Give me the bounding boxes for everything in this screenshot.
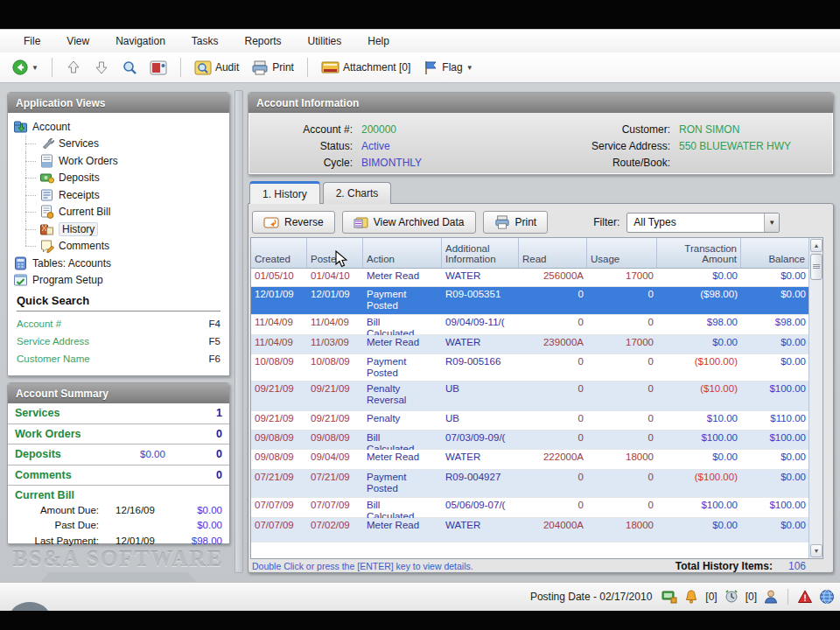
cell: Meter Read [363, 518, 442, 542]
sidebar-item-history[interactable]: History [13, 220, 226, 238]
quick-search-row-account: Account #F4 [17, 315, 220, 332]
column-header-additional-information[interactable]: Additional Information [442, 238, 519, 268]
scroll-up-icon[interactable]: ▲ [810, 239, 822, 252]
view-image-button[interactable] [146, 59, 171, 77]
filter-dropdown[interactable]: All Types ▼ [626, 213, 780, 233]
table-row[interactable]: 01/05/1001/04/10Meter ReadWATER256000A17… [251, 269, 809, 287]
current-bill-date: 12/01/09 [99, 536, 172, 546]
menu-item-utilities[interactable]: Utilities [297, 32, 354, 50]
sidebar-item-deposits[interactable]: Deposits [13, 170, 226, 187]
search-button[interactable] [118, 58, 141, 77]
summary-row-services[interactable]: Services1 [8, 403, 229, 424]
cell: Bill Calculated [363, 498, 442, 518]
attachment-button[interactable]: Attachment [0] [318, 59, 414, 76]
menu-item-tasks[interactable]: Tasks [180, 32, 230, 50]
cell: WATER [442, 518, 519, 542]
tab-1-history[interactable]: 1. History [249, 181, 320, 204]
print-history-button[interactable]: Print [483, 211, 549, 234]
column-header-posted[interactable]: Posted [307, 238, 363, 268]
user-icon[interactable] [763, 589, 779, 605]
account-info-label: Route/Book: [541, 157, 670, 169]
column-header-action[interactable]: Action [363, 238, 442, 268]
picture-icon [150, 60, 167, 75]
column-header-balance[interactable]: Balance [741, 238, 809, 268]
menu-item-help[interactable]: Help [356, 32, 401, 50]
grid-hint: Double Click or press the [ENTER] key to… [252, 561, 676, 571]
flag-button[interactable]: Flag ▼ [419, 58, 476, 77]
sidebar-item-account[interactable]: Account [13, 118, 226, 136]
quick-search-link-customer-name[interactable]: Customer Name [17, 354, 90, 364]
cell: R09-005351 [442, 287, 519, 315]
table-row[interactable]: 07/07/0907/07/09Bill Calculated05/06/09-… [251, 498, 809, 518]
sidebar-item-current-bill[interactable]: Current Bill [13, 204, 226, 221]
sidebar-item-tables-accounts[interactable]: Tables: Accounts [13, 255, 226, 272]
view-archived-data-button[interactable]: View Archived Data [342, 211, 476, 234]
sidebar-item-label: Program Setup [32, 274, 103, 286]
menu-item-navigation[interactable]: Navigation [104, 32, 177, 50]
print-toolbar-button[interactable]: Print [248, 58, 298, 77]
column-header-created[interactable]: Created [251, 238, 307, 268]
quick-search-link-account[interactable]: Account # [17, 318, 61, 329]
alerts-bell-icon[interactable] [683, 589, 699, 605]
column-header-transaction-amount[interactable]: Transaction Amount [657, 238, 741, 268]
table-row[interactable]: 09/08/0909/08/09Bill Calculated07/03/09-… [251, 430, 809, 450]
navigate-up-button[interactable] [62, 58, 85, 77]
account-info-value: BIMONTHLY [353, 157, 422, 169]
sidebar-item-program-setup[interactable]: Program Setup [13, 272, 226, 290]
cell: 07/02/09 [307, 518, 363, 542]
cell: Bill Calculated [363, 315, 442, 335]
navigate-down-button[interactable] [90, 58, 113, 77]
back-button[interactable]: ▼ [9, 58, 42, 77]
table-row[interactable]: 09/08/0909/04/09Meter ReadWATER222000A18… [251, 450, 809, 470]
workstation-icon[interactable] [662, 589, 677, 605]
quick-search-link-service-address[interactable]: Service Address [17, 336, 89, 346]
sidebar-item-receipts[interactable]: Receipts [13, 186, 226, 204]
menu-item-view[interactable]: View [55, 32, 101, 50]
cell: 239000A [519, 335, 587, 354]
menu-item-file[interactable]: File [12, 32, 52, 50]
scroll-thumb[interactable] [810, 254, 822, 280]
table-row[interactable]: 10/08/0910/08/09Payment PostedR09-005166… [251, 354, 809, 382]
sidebar-item-work-orders[interactable]: Work Orders [13, 152, 226, 170]
table-row[interactable]: 11/04/0911/04/09Bill Calculated09/04/09-… [251, 315, 809, 335]
tab-2-charts[interactable]: 2. Charts [323, 182, 392, 204]
sidebar-item-label: Current Bill [59, 206, 110, 218]
table-row[interactable]: 12/01/0912/01/09Payment PostedR09-005351… [251, 287, 809, 315]
scroll-down-icon[interactable]: ▼ [810, 544, 822, 557]
table-row[interactable]: 11/04/0911/03/09Meter ReadWATER239000A17… [251, 335, 809, 354]
reverse-button[interactable]: Reverse [252, 211, 335, 234]
back-dropdown-caret[interactable]: ▼ [32, 64, 38, 72]
column-header-read[interactable]: Read [519, 238, 587, 268]
summary-row-work-orders[interactable]: Work Orders0 [8, 424, 229, 445]
cell: WATER [442, 269, 519, 287]
cell: $0.00 [741, 354, 809, 382]
cell: $100.00 [741, 430, 809, 450]
column-header-usage[interactable]: Usage [587, 238, 657, 268]
filter-value: All Types [634, 216, 676, 228]
summary-label: Work Orders [15, 428, 140, 440]
current-bill-amount: $98.00 [172, 536, 222, 546]
sidebar-item-comments[interactable]: Comments [13, 238, 226, 256]
flag-dropdown-caret[interactable]: ▼ [466, 64, 473, 72]
table-row[interactable]: 09/21/0909/21/09Penalty ReversalUB00($10… [251, 382, 809, 411]
cell: 07/03/09-09/( [442, 430, 519, 450]
panel-splitter[interactable] [234, 90, 243, 573]
table-row[interactable]: 09/21/0909/21/09PenaltyUB00$10.00$110.00 [251, 411, 809, 430]
reminders-icon[interactable] [724, 589, 739, 605]
warning-icon[interactable] [797, 589, 813, 605]
globe-icon[interactable] [819, 589, 835, 605]
bsa-software-watermark: BS&A SOFTWARE [9, 547, 228, 583]
audit-button[interactable]: Audit [191, 59, 242, 77]
quick-search-key: F5 [209, 336, 220, 346]
grid-scrollbar[interactable]: ▲ ▼ [808, 238, 822, 558]
letterbox-bottom [0, 611, 840, 630]
table-row[interactable]: 07/21/0907/21/09Payment PostedR09-004927… [251, 470, 809, 498]
table-row[interactable]: 07/07/0907/02/09Meter ReadWATER204000A18… [251, 518, 809, 542]
summary-row-deposits[interactable]: Deposits$0.000 [8, 444, 229, 466]
summary-row-comments[interactable]: Comments0 [8, 466, 229, 486]
sidebar-item-services[interactable]: Services [13, 136, 226, 153]
menu-item-reports[interactable]: Reports [234, 32, 293, 50]
dropdown-arrow-icon[interactable]: ▼ [764, 214, 779, 232]
cell: Payment Posted [363, 287, 442, 315]
cell: Meter Read [363, 269, 442, 287]
